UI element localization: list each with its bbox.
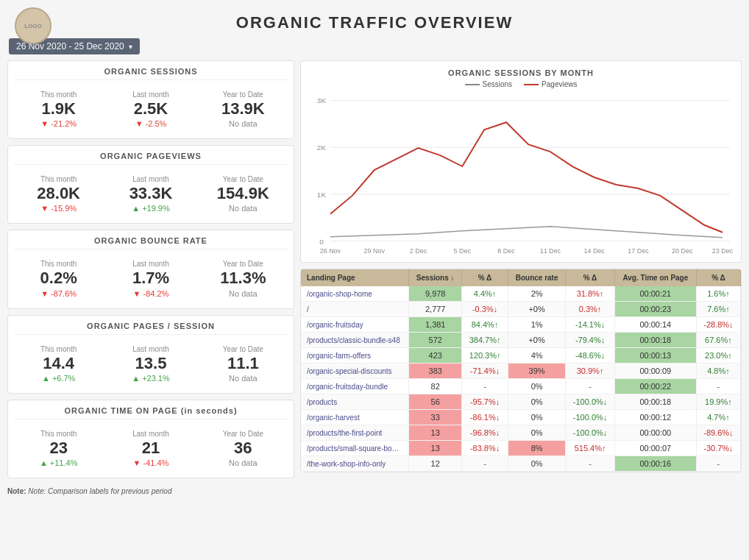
- col-bounce-delta: % Δ: [566, 269, 615, 286]
- sessions-legend-line: [465, 84, 480, 85]
- table-body: /organic-shop-home 9,978 4.4%↑ 2% 31.8%↑…: [301, 286, 741, 472]
- cell-sessions-delta: 384.7%↑: [462, 333, 508, 348]
- organic-pages-session-card: ORGANIC PAGES / SESSION This month 14.4 …: [7, 315, 294, 394]
- cell-sessions: 1,381: [409, 317, 462, 333]
- cell-avg-time-delta: -: [696, 456, 740, 472]
- pageviews-legend: Pageviews: [524, 80, 577, 88]
- time-on-page-this-month: This month 23 ▲ +11.4%: [14, 425, 103, 472]
- cell-sessions: 383: [409, 364, 462, 379]
- table-row: /organic-farm-offers 423 120.3%↑ 4% -48.…: [301, 348, 741, 364]
- chart-title: ORGANIC SESSIONS BY MONTH: [308, 68, 734, 77]
- dropdown-arrow-icon: ▾: [129, 43, 132, 51]
- organic-pageviews-card: ORGANIC PAGEVIEWS This month 28.0K ▼ -15…: [7, 145, 294, 224]
- up-arrow-icon: ▲: [132, 204, 140, 213]
- cell-sessions: 12: [409, 456, 462, 472]
- cell-avg-time-delta: -: [696, 379, 740, 394]
- organic-sessions-card: ORGANIC SESSIONS This month 1.9K ▼ -21.2…: [7, 60, 294, 139]
- page-wrapper: LOGO ORGANIC TRAFFIC OVERVIEW 26 Nov 202…: [0, 0, 749, 560]
- cell-bounce-delta: -: [566, 379, 615, 394]
- bounce-this-month: This month 0.2% ▼ -87.6%: [14, 255, 103, 302]
- pageviews-legend-label: Pageviews: [542, 80, 577, 88]
- up-arrow-icon: ▲: [42, 374, 50, 383]
- table-card: Landing Page Sessions ↓ % Δ Bounce rate …: [300, 269, 742, 472]
- cell-avg-time: 00:00:14: [614, 317, 696, 333]
- logo: LOGO: [15, 7, 52, 44]
- col-avg-time-delta: % Δ: [696, 269, 740, 286]
- cell-bounce: 0%: [508, 456, 565, 472]
- cell-bounce-delta: 0.3%↑: [566, 302, 615, 317]
- table-row: /organic-harvest 33 -86.1%↓ 0% -100.0%↓ …: [301, 410, 741, 425]
- pageviews-ytd: Year to Date 154.9K No data: [199, 171, 288, 217]
- cell-bounce-delta: -79.4%↓: [566, 333, 615, 348]
- cell-sessions: 9,978: [409, 286, 462, 302]
- cell-page: /organic-farm-offers: [301, 348, 409, 364]
- table-row: /products/classic-bundle-s48 572 384.7%↑…: [301, 333, 741, 348]
- cell-sessions: 13: [409, 425, 462, 441]
- organic-time-on-page-row: This month 23 ▲ +11.4% Last month 21 ▼ -…: [14, 425, 288, 472]
- cell-sessions-delta: -71.4%↓: [462, 364, 508, 379]
- cell-avg-time: 00:00:18: [614, 333, 696, 348]
- cell-sessions-delta: -83.8%↓: [462, 441, 508, 456]
- table-header-row: Landing Page Sessions ↓ % Δ Bounce rate …: [301, 269, 741, 286]
- cell-sessions: 423: [409, 348, 462, 364]
- chart-svg: 3K 2K 1K 0 26 Nov 29 Nov 2 Dec 5 Dec: [308, 93, 734, 255]
- cell-page: /organic-fruitsday: [301, 317, 409, 333]
- svg-text:3K: 3K: [317, 96, 327, 104]
- organic-sessions-this-month: This month 1.9K ▼ -21.2%: [14, 86, 103, 132]
- pageviews-this-month: This month 28.0K ▼ -15.9%: [14, 171, 103, 217]
- organic-pages-session-row: This month 14.4 ▲ +6.7% Last month 13.5 …: [14, 341, 288, 387]
- cell-sessions-delta: 120.3%↑: [462, 348, 508, 364]
- table-row: /organic-fruitsday-bundle 82 - 0% - 00:0…: [301, 379, 741, 394]
- cell-avg-time: 00:00:16: [614, 456, 696, 472]
- cell-sessions-delta: 4.4%↑: [462, 286, 508, 302]
- col-landing-page: Landing Page: [301, 269, 409, 286]
- left-panel: ORGANIC SESSIONS This month 1.9K ▼ -21.2…: [7, 60, 294, 495]
- cell-bounce-delta: -: [566, 456, 615, 472]
- cell-avg-time: 00:00:13: [614, 348, 696, 364]
- table-row: /the-work-shop-info-only 12 - 0% - 00:00…: [301, 456, 741, 472]
- cell-sessions: 13: [409, 441, 462, 456]
- cell-bounce-delta: -100.0%↓: [566, 425, 615, 441]
- cell-avg-time: 00:00:18: [614, 394, 696, 410]
- pages-session-ytd: Year to Date 11.1 No data: [199, 341, 288, 387]
- chart-area: 3K 2K 1K 0 26 Nov 29 Nov 2 Dec 5 Dec: [308, 93, 734, 255]
- main-content: ORGANIC SESSIONS This month 1.9K ▼ -21.2…: [7, 60, 742, 495]
- svg-text:0: 0: [319, 238, 324, 246]
- pageviews-last-month-change: ▲ +19.9%: [109, 204, 192, 213]
- logo-circle: LOGO: [15, 7, 52, 44]
- cell-bounce-delta: -14.1%↓: [566, 317, 615, 333]
- cell-sessions: 56: [409, 394, 462, 410]
- cell-avg-time-delta: 19.9%↑: [696, 394, 740, 410]
- organic-pages-session-title: ORGANIC PAGES / SESSION: [14, 322, 288, 335]
- pages-session-last-month-change: ▲ +23.1%: [109, 374, 192, 383]
- svg-text:14 Dec: 14 Dec: [583, 247, 605, 255]
- cell-avg-time-delta: -89.6%↓: [696, 425, 740, 441]
- pageviews-legend-line: [524, 84, 539, 85]
- cell-page: /organic-fruitsday-bundle: [301, 379, 409, 394]
- down-arrow-icon: ▼: [133, 458, 141, 467]
- time-on-page-last-month-change: ▼ -41.4%: [109, 458, 192, 467]
- cell-avg-time-delta: -30.7%↓: [696, 441, 740, 456]
- down-arrow-icon: ▼: [135, 119, 143, 128]
- pageviews-last-month: Last month 33.3K ▲ +19.9%: [106, 171, 195, 217]
- organic-time-on-page-card: ORGANIC TIME ON PAGE (in seconds) This m…: [7, 400, 294, 478]
- cell-sessions-delta: -86.1%↓: [462, 410, 508, 425]
- cell-page: /organic-shop-home: [301, 286, 409, 302]
- svg-text:11 Dec: 11 Dec: [540, 247, 561, 255]
- data-table: Landing Page Sessions ↓ % Δ Bounce rate …: [301, 269, 741, 472]
- table-row: /organic-special-discounts 383 -71.4%↓ 3…: [301, 364, 741, 379]
- col-sessions-delta: % Δ: [462, 269, 508, 286]
- bounce-this-month-change: ▼ -87.6%: [17, 289, 100, 298]
- cell-bounce-delta: 31.8%↑: [566, 286, 615, 302]
- note: Note: Note: Comparison labels for previo…: [7, 487, 294, 495]
- cell-page: /organic-special-discounts: [301, 364, 409, 379]
- cell-avg-time-delta: 1.6%↑: [696, 286, 740, 302]
- cell-bounce: 0%: [508, 425, 565, 441]
- organic-pageviews-title: ORGANIC PAGEVIEWS: [14, 152, 288, 165]
- cell-bounce-delta: -48.6%↓: [566, 348, 615, 364]
- up-arrow-icon: ▲: [40, 458, 48, 467]
- cell-avg-time-delta: 23.0%↑: [696, 348, 740, 364]
- table-row: /organic-fruitsday 1,381 84.4%↑ 1% -14.1…: [301, 317, 741, 333]
- svg-text:2K: 2K: [317, 143, 327, 152]
- table-row: /products/small-square-boxes 13 -83.8%↓ …: [301, 441, 741, 456]
